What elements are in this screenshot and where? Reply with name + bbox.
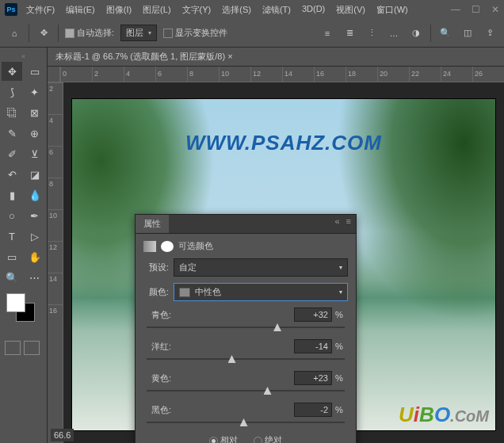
cyan-track[interactable] bbox=[147, 327, 345, 328]
yellow-input[interactable]: +23 bbox=[294, 371, 332, 385]
panel-title: 可选颜色 bbox=[178, 240, 213, 252]
yellow-thumb[interactable] bbox=[264, 387, 272, 395]
cyan-label: 青色: bbox=[143, 309, 294, 321]
heal-tool[interactable]: ⊕ bbox=[25, 124, 45, 143]
app-logo: Ps bbox=[5, 3, 17, 16]
toolbox: « ✥ ▭ ⟆ ✦ ⿻ ⊠ ✎ ⊕ ✐ ⊻ ↶ ◪ ▮ 💧 ○ ✒ T ▷ ▭ … bbox=[0, 48, 48, 443]
menu-type[interactable]: 文字(Y) bbox=[178, 2, 216, 18]
auto-select-dropdown[interactable]: 图层 bbox=[120, 25, 157, 41]
minimize-icon[interactable]: — bbox=[451, 4, 460, 15]
menu-3d[interactable]: 3D(D) bbox=[298, 2, 329, 18]
color-swatches[interactable] bbox=[6, 293, 38, 325]
watermark-text: WWW.PSAHZ.COM bbox=[72, 131, 495, 155]
auto-select-check[interactable]: 自动选择: bbox=[65, 27, 114, 39]
menu-window[interactable]: 窗口(W) bbox=[372, 2, 412, 18]
magenta-track[interactable] bbox=[147, 358, 345, 360]
brush-tool[interactable]: ✐ bbox=[2, 144, 22, 163]
mask-mode-icon[interactable] bbox=[24, 341, 40, 355]
cyan-slider: 青色: +32 % bbox=[143, 307, 348, 328]
crop-tool[interactable]: ⿻ bbox=[2, 103, 22, 122]
zoom-tool[interactable]: 🔍 bbox=[2, 268, 22, 287]
tab-title: 未标题-1 @ 66.7% (选取颜色 1, 图层蒙版/8) × bbox=[55, 51, 233, 63]
mode-3d-icon[interactable]: ◑ bbox=[408, 25, 424, 41]
blur-tool[interactable]: 💧 bbox=[25, 185, 45, 204]
title-bar: Ps 文件(F) 编辑(E) 图像(I) 图层(L) 文字(Y) 选择(S) 滤… bbox=[0, 0, 504, 19]
share-icon[interactable]: ⇪ bbox=[482, 25, 498, 41]
panel-collapse-icon[interactable]: « bbox=[334, 216, 339, 231]
ruler-horizontal: 02468101214161820222426 bbox=[60, 67, 504, 82]
black-input[interactable]: -2 bbox=[294, 403, 332, 417]
cyan-input[interactable]: +32 bbox=[294, 307, 332, 322]
ruler-origin[interactable] bbox=[48, 67, 60, 82]
cyan-thumb[interactable] bbox=[273, 323, 281, 331]
black-slider: 黑色: -2 % bbox=[143, 403, 348, 423]
more-tools[interactable]: ⋯ bbox=[25, 268, 45, 287]
magenta-slider: 洋红: -14 % bbox=[143, 339, 348, 360]
collapse-icon[interactable]: « bbox=[2, 51, 45, 62]
align-icon2[interactable]: ≣ bbox=[342, 25, 357, 41]
path-tool[interactable]: ▷ bbox=[25, 227, 45, 246]
document-area: 未标题-1 @ 66.7% (选取颜色 1, 图层蒙版/8) × 0246810… bbox=[48, 48, 504, 443]
color-dropdown[interactable]: 中性色 bbox=[174, 283, 348, 301]
yellow-slider: 黄色: +23 % bbox=[143, 371, 348, 391]
type-tool[interactable]: T bbox=[2, 227, 22, 246]
menu-file[interactable]: 文件(F) bbox=[22, 2, 59, 18]
absolute-radio[interactable]: 绝对 bbox=[254, 434, 282, 443]
options-bar: ⌂ ✥ 自动选择: 图层 显示变换控件 ≡ ≣ ⋮ … ◑ 🔍 ◫ ⇪ bbox=[0, 19, 504, 48]
properties-panel: 属性 « ≡ 可选颜色 预设: 自定 颜色: 中性色 bbox=[135, 214, 357, 443]
move-tool-icon[interactable]: ✥ bbox=[36, 25, 52, 41]
frame-tool[interactable]: ⊠ bbox=[25, 103, 45, 122]
eraser-tool[interactable]: ◪ bbox=[25, 165, 45, 184]
color-label: 颜色: bbox=[143, 286, 169, 298]
distribute-icon[interactable]: ⋮ bbox=[364, 25, 380, 41]
main-menu: 文件(F) 编辑(E) 图像(I) 图层(L) 文字(Y) 选择(S) 滤镜(T… bbox=[22, 2, 412, 18]
preset-label: 预设: bbox=[143, 262, 169, 273]
show-transform-check[interactable]: 显示变换控件 bbox=[163, 27, 227, 39]
marquee-tool[interactable]: ▭ bbox=[25, 62, 45, 81]
adjustment-icon bbox=[143, 241, 156, 252]
maximize-icon[interactable]: ☐ bbox=[472, 4, 480, 15]
standard-mode-icon[interactable] bbox=[5, 341, 21, 355]
align-icon[interactable]: ≡ bbox=[319, 25, 335, 41]
dodge-tool[interactable]: ○ bbox=[2, 206, 22, 225]
stamp-tool[interactable]: ⊻ bbox=[25, 144, 45, 163]
more-icon[interactable]: … bbox=[386, 25, 402, 41]
magenta-input[interactable]: -14 bbox=[294, 339, 332, 353]
close-icon[interactable]: ✕ bbox=[491, 4, 499, 15]
workspace-icon[interactable]: ◫ bbox=[460, 25, 475, 41]
fg-color[interactable] bbox=[6, 293, 25, 312]
document-tab[interactable]: 未标题-1 @ 66.7% (选取颜色 1, 图层蒙版/8) × bbox=[48, 48, 504, 67]
gradient-tool[interactable]: ▮ bbox=[2, 185, 22, 204]
black-label: 黑色: bbox=[143, 404, 294, 416]
menu-filter[interactable]: 滤镜(T) bbox=[258, 2, 295, 18]
black-thumb[interactable] bbox=[240, 418, 248, 426]
history-brush-tool[interactable]: ↶ bbox=[2, 165, 22, 184]
magenta-thumb[interactable] bbox=[228, 355, 236, 363]
black-track[interactable] bbox=[147, 422, 345, 423]
wand-tool[interactable]: ✦ bbox=[25, 82, 45, 101]
lasso-tool[interactable]: ⟆ bbox=[2, 82, 22, 101]
move-tool[interactable]: ✥ bbox=[2, 62, 22, 81]
menu-layer[interactable]: 图层(L) bbox=[139, 2, 174, 18]
menu-edit[interactable]: 编辑(E) bbox=[62, 2, 99, 18]
ruler-vertical: 246810121416 bbox=[48, 82, 63, 443]
home-icon[interactable]: ⌂ bbox=[6, 25, 22, 41]
panel-tab-properties[interactable]: 属性 bbox=[136, 215, 169, 233]
menu-view[interactable]: 视图(V) bbox=[332, 2, 369, 18]
relative-radio[interactable]: 相对 bbox=[209, 434, 238, 443]
search-icon[interactable]: 🔍 bbox=[437, 25, 453, 41]
shape-tool[interactable]: ▭ bbox=[2, 247, 22, 266]
magenta-label: 洋红: bbox=[143, 341, 294, 353]
menu-image[interactable]: 图像(I) bbox=[102, 2, 136, 18]
uibo-watermark: UiBO.CoM bbox=[399, 403, 489, 427]
yellow-label: 黄色: bbox=[143, 372, 294, 384]
pen-tool[interactable]: ✒ bbox=[25, 206, 45, 225]
mask-icon[interactable] bbox=[161, 241, 174, 252]
eyedropper-tool[interactable]: ✎ bbox=[2, 124, 22, 143]
zoom-readout[interactable]: 66.6 bbox=[51, 429, 74, 441]
hand-tool[interactable]: ✋ bbox=[25, 247, 45, 266]
preset-dropdown[interactable]: 自定 bbox=[174, 258, 348, 277]
yellow-track[interactable] bbox=[147, 390, 345, 391]
menu-select[interactable]: 选择(S) bbox=[218, 2, 255, 18]
panel-menu-icon[interactable]: ≡ bbox=[346, 216, 351, 231]
